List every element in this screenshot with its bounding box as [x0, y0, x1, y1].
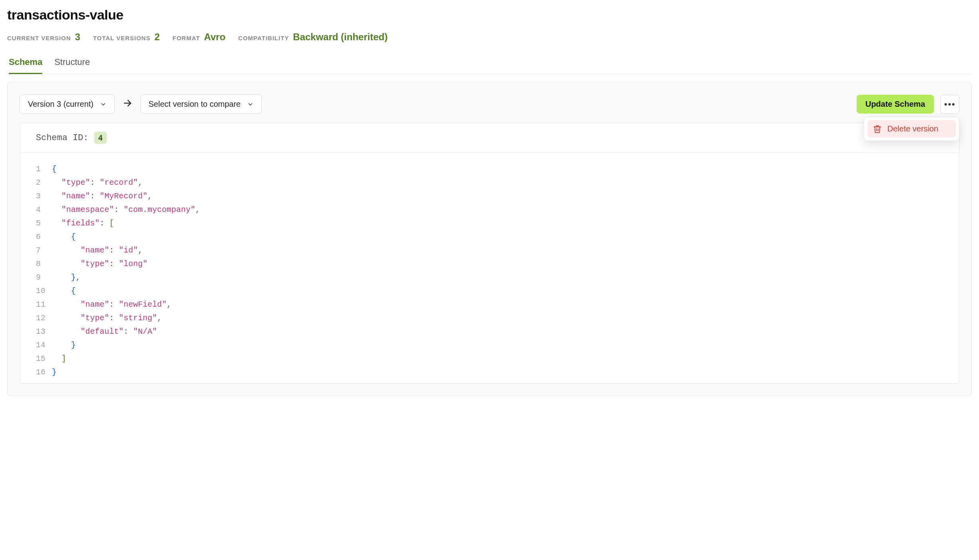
code-content: "type": "record",: [52, 176, 143, 190]
tab-structure[interactable]: Structure: [54, 54, 90, 74]
schema-card: Schema ID: 4 1{2 "type": "record",3 "nam…: [20, 123, 959, 384]
chevron-down-icon: [100, 101, 106, 108]
schema-panel: Version 3 (current) Select version to co…: [7, 82, 972, 396]
code-line: 10 {: [36, 284, 943, 298]
meta-row: CURRENT VERSION 3 TOTAL VERSIONS 2 FORMA…: [7, 31, 972, 43]
delete-version-label: Delete version: [887, 124, 938, 133]
line-number: 11: [36, 298, 52, 311]
meta-label: COMPATIBILITY: [238, 35, 289, 41]
meta-label: CURRENT VERSION: [7, 35, 71, 41]
code-line: 11 "name": "newField",: [36, 298, 943, 311]
ellipsis-icon: •••: [944, 99, 955, 110]
line-number: 5: [36, 217, 52, 230]
meta-value: 3: [75, 31, 80, 43]
code-content: {: [52, 284, 76, 298]
code-line: 2 "type": "record",: [36, 176, 943, 190]
code-content: "name": "MyRecord",: [52, 190, 152, 203]
line-number: 4: [36, 203, 52, 217]
tabs: Schema Structure: [7, 54, 972, 74]
delete-version-item[interactable]: Delete version: [867, 120, 956, 137]
line-number: 12: [36, 311, 52, 325]
line-number: 1: [36, 163, 52, 176]
line-number: 15: [36, 352, 52, 366]
line-number: 8: [36, 257, 52, 271]
code-content: "namespace": "com.mycompany",: [52, 203, 200, 217]
meta-current-version: CURRENT VERSION 3: [7, 31, 80, 43]
line-number: 10: [36, 284, 52, 298]
code-line: 15 ]: [36, 352, 943, 366]
page-title: transactions-value: [7, 7, 972, 23]
code-content: }: [52, 339, 76, 352]
meta-label: FORMAT: [173, 35, 200, 41]
code-line: 12 "type": "string",: [36, 311, 943, 325]
code-line: 3 "name": "MyRecord",: [36, 190, 943, 203]
code-content: "name": "newField",: [52, 298, 171, 311]
version-select[interactable]: Version 3 (current): [20, 94, 115, 114]
code-content: }: [52, 366, 57, 379]
meta-value: Backward (inherited): [293, 31, 387, 43]
schema-id-badge: 4: [94, 132, 107, 144]
code-line: 6 {: [36, 230, 943, 244]
meta-format: FORMAT Avro: [173, 31, 226, 43]
code-line: 4 "namespace": "com.mycompany",: [36, 203, 943, 217]
compare-select-label: Select version to compare: [149, 100, 241, 109]
code-content: {: [52, 163, 57, 176]
line-number: 14: [36, 339, 52, 352]
update-schema-button[interactable]: Update Schema: [857, 95, 934, 114]
code-line: 8 "type": "long": [36, 257, 943, 271]
code-line: 1{: [36, 163, 943, 176]
code-content: "default": "N/A": [52, 325, 157, 339]
code-content: },: [52, 271, 81, 284]
code-line: 16}: [36, 366, 943, 379]
meta-label: TOTAL VERSIONS: [93, 35, 150, 41]
code-content: "fields": [: [52, 217, 114, 230]
chevron-down-icon: [247, 101, 254, 108]
code-content: "name": "id",: [52, 244, 143, 257]
schema-code: 1{2 "type": "record",3 "name": "MyRecord…: [20, 153, 959, 383]
schema-id-label: Schema ID:: [36, 133, 88, 143]
schema-id-header: Schema ID: 4: [20, 123, 959, 153]
actions-dropdown: Delete version: [864, 117, 959, 141]
code-content: {: [52, 230, 76, 244]
code-line: 9 },: [36, 271, 943, 284]
code-content: ]: [52, 352, 66, 366]
line-number: 2: [36, 176, 52, 190]
more-actions-button[interactable]: •••: [940, 95, 959, 114]
code-line: 13 "default": "N/A": [36, 325, 943, 339]
meta-value: 2: [154, 31, 159, 43]
code-content: "type": "long": [52, 257, 147, 271]
line-number: 16: [36, 366, 52, 379]
arrow-right-icon: [121, 98, 134, 110]
line-number: 13: [36, 325, 52, 339]
meta-value: Avro: [204, 31, 226, 43]
meta-compatibility: COMPATIBILITY Backward (inherited): [238, 31, 388, 43]
code-content: "type": "string",: [52, 311, 162, 325]
line-number: 9: [36, 271, 52, 284]
tab-schema[interactable]: Schema: [9, 54, 42, 74]
toolbar: Version 3 (current) Select version to co…: [20, 94, 959, 114]
line-number: 7: [36, 244, 52, 257]
code-line: 5 "fields": [: [36, 217, 943, 230]
meta-total-versions: TOTAL VERSIONS 2: [93, 31, 159, 43]
version-select-label: Version 3 (current): [28, 100, 94, 109]
line-number: 3: [36, 190, 52, 203]
code-line: 7 "name": "id",: [36, 244, 943, 257]
line-number: 6: [36, 230, 52, 244]
compare-version-select[interactable]: Select version to compare: [140, 94, 262, 114]
trash-icon: [873, 125, 882, 133]
code-line: 14 }: [36, 339, 943, 352]
